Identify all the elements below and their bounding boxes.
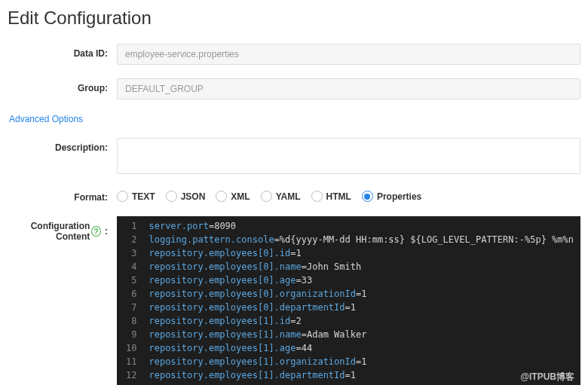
radio-icon: [311, 191, 323, 202]
radio-icon: [362, 191, 373, 202]
code-line: repository.employees[0].departmentId=1: [149, 301, 574, 314]
line-number: 11: [126, 355, 136, 368]
line-number: 4: [126, 260, 136, 273]
format-radio-properties[interactable]: Properties: [362, 191, 421, 202]
label-description: Description:: [8, 138, 117, 153]
code-line: repository.employees[0].organizationId=1: [149, 287, 574, 301]
line-number: 10: [126, 341, 136, 355]
group-input[interactable]: [117, 78, 580, 99]
advanced-options-link[interactable]: Advanced Options: [9, 114, 83, 124]
line-gutter: 123456789101112: [117, 216, 142, 385]
watermark-text: @ITPUB博客: [520, 370, 574, 383]
radio-icon: [166, 191, 177, 202]
code-line: repository.employees[1].departmentId=1: [149, 368, 574, 382]
code-line: server.port=8090: [149, 219, 574, 233]
format-radio-html[interactable]: HTML: [311, 191, 351, 202]
code-line: repository.employees[0].age=33: [149, 273, 574, 287]
format-radio-yaml[interactable]: YAML: [261, 191, 301, 202]
label-group: Group:: [8, 78, 117, 93]
line-number: 9: [126, 328, 136, 341]
label-config-content: Configuration Content: [8, 221, 90, 242]
label-data-id: Data ID:: [8, 44, 117, 59]
format-radio-text[interactable]: TEXT: [117, 191, 155, 202]
code-line: logging.pattern.console=%d{yyyy-MM-dd HH…: [149, 233, 574, 246]
data-id-input[interactable]: [117, 44, 580, 65]
line-number: 3: [126, 246, 136, 260]
format-radio-xml[interactable]: XML: [216, 191, 250, 202]
code-line: repository.employees[0].name=John Smith: [149, 260, 574, 273]
code-line: repository.employees[1].organizationId=1: [149, 355, 574, 368]
radio-label: Properties: [377, 191, 421, 202]
line-number: 2: [126, 233, 136, 246]
radio-label: YAML: [276, 191, 301, 202]
code-line: repository.employees[1].age=44: [149, 341, 574, 355]
description-input[interactable]: [117, 138, 580, 174]
help-icon[interactable]: ?: [91, 226, 100, 237]
radio-label: TEXT: [132, 191, 155, 202]
radio-icon: [261, 191, 272, 202]
line-number: 7: [126, 301, 136, 314]
label-format: Format:: [8, 188, 117, 203]
radio-icon: [117, 191, 128, 202]
format-radio-json[interactable]: JSON: [166, 191, 206, 202]
line-number: 12: [126, 368, 136, 382]
code-line: repository.employees[0].id=1: [149, 246, 574, 260]
radio-label: JSON: [181, 191, 206, 202]
page-title: Edit Configuration: [8, 8, 580, 29]
line-number: 1: [126, 219, 136, 233]
format-radio-group: TEXTJSONXMLYAMLHTMLProperties: [117, 188, 580, 202]
line-number: 6: [126, 287, 136, 301]
code-area[interactable]: server.port=8090logging.pattern.console=…: [142, 216, 580, 385]
radio-icon: [216, 191, 227, 202]
radio-label: HTML: [326, 191, 351, 202]
code-editor[interactable]: 123456789101112 server.port=8090logging.…: [117, 216, 580, 385]
line-number: 5: [126, 273, 136, 287]
radio-label: XML: [231, 191, 250, 202]
line-number: 8: [126, 314, 136, 328]
code-line: repository.employees[1].name=Adam Walker: [149, 328, 574, 341]
code-line: repository.employees[1].id=2: [149, 314, 574, 328]
